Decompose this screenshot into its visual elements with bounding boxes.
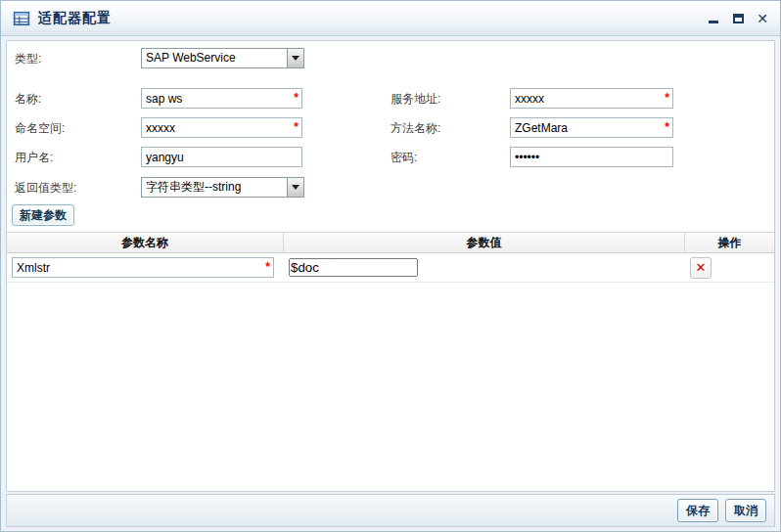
close-button[interactable]: ✕ — [755, 11, 770, 26]
name-input[interactable] — [141, 88, 302, 109]
dialog-footer: 保存 取消 — [6, 494, 775, 527]
window-controls: ✕ — [706, 1, 770, 36]
table-icon — [13, 10, 30, 27]
param-op-header: 操作 — [685, 233, 774, 252]
namespace-field-wrap: * — [141, 117, 302, 138]
title-bar: 适配器配置 ✕ — [1, 1, 780, 36]
param-op-cell: ✕ — [685, 253, 774, 283]
save-button[interactable]: 保存 — [677, 499, 718, 522]
minimize-button[interactable] — [706, 11, 721, 26]
param-name-input[interactable] — [12, 257, 274, 278]
return-type-select-arrow-button[interactable] — [287, 178, 303, 197]
param-value-cell — [284, 253, 685, 283]
param-value-header: 参数值 — [284, 233, 685, 252]
username-field-wrap — [141, 147, 302, 167]
param-name-cell: * — [7, 253, 284, 283]
return-type-select-value: 字符串类型--string — [142, 178, 287, 197]
param-value-input[interactable] — [289, 258, 418, 277]
cancel-button[interactable]: 取消 — [725, 499, 766, 522]
return-type-select[interactable]: 字符串类型--string — [141, 177, 304, 198]
table-row: * ✕ — [7, 253, 774, 283]
type-select-value: SAP WebService — [142, 49, 287, 67]
namespace-label: 命名空间: — [15, 118, 65, 139]
username-label: 用户名: — [15, 148, 53, 168]
method-name-input[interactable] — [510, 117, 673, 138]
param-table-header: 参数名称 参数值 操作 — [7, 232, 774, 253]
param-name-header: 参数名称 — [7, 233, 284, 252]
delete-row-button[interactable]: ✕ — [690, 257, 712, 279]
type-select-arrow-button[interactable] — [287, 49, 303, 67]
chevron-down-icon — [292, 185, 299, 190]
type-select[interactable]: SAP WebService — [141, 48, 304, 68]
new-param-button[interactable]: 新建参数 — [12, 204, 74, 226]
minimize-icon — [709, 21, 718, 23]
password-field-wrap — [510, 147, 673, 167]
param-table: 参数名称 参数值 操作 * ✕ — [7, 232, 774, 283]
param-name-field-wrap: * — [7, 257, 274, 278]
maximize-button[interactable] — [730, 11, 746, 26]
name-field-wrap: * — [141, 88, 302, 109]
type-label: 类型: — [15, 49, 41, 69]
password-input[interactable] — [510, 147, 673, 167]
namespace-input[interactable] — [141, 117, 302, 138]
method-name-field-wrap: * — [510, 117, 673, 138]
username-input[interactable] — [141, 147, 302, 167]
service-address-field-wrap: * — [510, 88, 673, 109]
maximize-icon — [733, 14, 744, 23]
name-label: 名称: — [15, 89, 41, 110]
service-address-input[interactable] — [510, 88, 673, 109]
method-name-label: 方法名称: — [390, 118, 440, 139]
dialog-content: 类型: SAP WebService 名称: * 服务地址: * 命名空间: *… — [6, 40, 775, 492]
delete-x-icon: ✕ — [696, 261, 707, 274]
chevron-down-icon — [292, 56, 299, 61]
service-address-label: 服务地址: — [390, 89, 440, 110]
adapter-config-dialog: 适配器配置 ✕ 类型: SAP WebService 名称: * 服务地址: *… — [0, 0, 781, 532]
close-icon: ✕ — [757, 12, 768, 25]
password-label: 密码: — [390, 148, 417, 168]
dialog-title: 适配器配置 — [38, 10, 112, 27]
return-type-label: 返回值类型: — [15, 178, 76, 199]
